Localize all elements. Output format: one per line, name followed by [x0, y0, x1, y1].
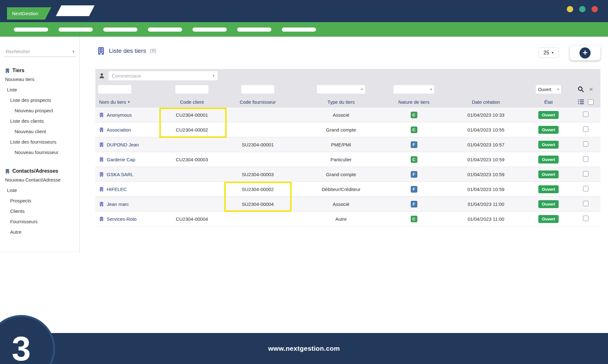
sidebar-item-clients[interactable]: Clients: [4, 206, 76, 216]
row-checkbox[interactable]: [583, 126, 588, 132]
tier-name-link[interactable]: Services-Roto: [95, 216, 168, 222]
ghost-tab[interactable]: [56, 5, 94, 16]
chevron-down-icon: ▾: [361, 87, 363, 91]
row-checkbox-cell: [571, 126, 600, 133]
date-creation-cell: 01/04/2023 10:57: [446, 142, 526, 147]
etat-cell: Ouvert: [526, 126, 571, 134]
column-header-nature-de-tiers[interactable]: Nature de tiers: [382, 99, 446, 105]
filter-type-select[interactable]: ▾: [317, 85, 365, 94]
status-badge[interactable]: Ouvert: [538, 215, 559, 223]
column-header-date-creation[interactable]: Date création: [446, 99, 526, 105]
filter-commerciaux-placeholder: Commerciaux: [112, 73, 141, 78]
sidebar-item-fournisseurs[interactable]: Fournisseurs: [4, 216, 76, 227]
status-badge[interactable]: Ouvert: [538, 156, 559, 163]
tier-name-link[interactable]: Association: [95, 127, 168, 133]
menu-pill[interactable]: [148, 28, 182, 32]
menu-pill[interactable]: [14, 28, 48, 32]
chevron-down-icon: ▾: [73, 49, 74, 54]
sidebar-item-liste-des-clients[interactable]: Liste des clients: [4, 116, 76, 126]
row-checkbox[interactable]: [583, 112, 588, 117]
filter-nature-select[interactable]: ▾: [394, 85, 434, 94]
sidebar-item-autre[interactable]: Autre: [4, 227, 76, 237]
filter-etat-select[interactable]: Ouvert ▾: [536, 85, 561, 94]
row-checkbox[interactable]: [583, 201, 588, 206]
chevron-down-icon: ▾: [430, 87, 432, 91]
status-badge[interactable]: Ouvert: [538, 170, 559, 178]
sidebar-item-nouveau-contact-adresse[interactable]: Nouveau Contact/Adresse: [4, 175, 76, 185]
select-all-checkbox[interactable]: [588, 99, 593, 105]
tier-name-link[interactable]: Anonymous: [95, 112, 168, 118]
table-row[interactable]: GSKA SARLSU2304-00003Grand compteF01/04/…: [95, 167, 600, 182]
filter-code-client-input[interactable]: [175, 85, 208, 94]
sidebar-item-liste[interactable]: Liste: [4, 84, 76, 95]
sidebar-item-prospects[interactable]: Prospects: [4, 195, 76, 206]
table-row[interactable]: HIFELECSU2304-00002Débiteur/CréditeurF01…: [95, 182, 600, 197]
add-tier-button[interactable]: +: [570, 46, 600, 60]
main-menu-bar: [0, 22, 608, 37]
status-badge[interactable]: Ouvert: [538, 185, 559, 193]
filter-nom-input[interactable]: [98, 85, 131, 94]
sidebar-search-input[interactable]: [4, 49, 76, 54]
sidebar-search[interactable]: ▾: [4, 46, 76, 57]
menu-pill[interactable]: [193, 28, 227, 32]
table-row[interactable]: AssociationCU2304-00002Grand compteC01/0…: [95, 122, 600, 137]
tier-name-link[interactable]: Garderie Cap: [95, 157, 168, 162]
sidebar-item-nouveau-tiers[interactable]: Nouveau tiers: [4, 74, 76, 84]
date-creation-cell: 01/04/2023 11:00: [446, 216, 526, 222]
tier-name-link[interactable]: Jean marc: [95, 201, 168, 207]
status-badge[interactable]: Ouvert: [538, 111, 559, 119]
clear-filters-icon[interactable]: ✕: [589, 87, 593, 92]
filter-commerciaux-select[interactable]: Commerciaux ▾: [109, 71, 218, 80]
page-size-select[interactable]: 25 ▾: [538, 47, 559, 58]
minimize-button[interactable]: [567, 6, 573, 12]
row-checkbox[interactable]: [583, 156, 588, 162]
menu-pill[interactable]: [103, 28, 137, 32]
column-header-type-du-tiers[interactable]: Type du tiers: [300, 99, 382, 105]
row-checkbox[interactable]: [583, 186, 588, 191]
column-header-code-client[interactable]: Code client: [168, 99, 216, 105]
table-row[interactable]: Garderie CapCU2304-00003ParticulierC01/0…: [95, 152, 600, 167]
table-row[interactable]: AnonymousCU2304-00001AssociéC01/04/2023 …: [95, 108, 600, 122]
row-checkbox[interactable]: [583, 141, 588, 147]
row-checkbox[interactable]: [583, 216, 588, 221]
row-checkbox[interactable]: [583, 171, 588, 176]
column-header-code-fournisseur[interactable]: Code fournisseur: [216, 99, 300, 105]
menu-pill[interactable]: [59, 28, 93, 32]
status-badge[interactable]: Ouvert: [538, 141, 559, 149]
sidebar-item-nouveau-prospect[interactable]: Nouveau prospect: [4, 105, 76, 116]
table-row[interactable]: Services-RotoCU2304-00004AutreC01/04/202…: [95, 212, 600, 226]
column-header-nom-du-tiers[interactable]: Nom du tiers ▾: [95, 99, 168, 105]
filter-code-fournisseur-input[interactable]: [241, 85, 274, 94]
status-badge[interactable]: Ouvert: [538, 126, 559, 134]
sidebar-item-nouveau-fournisseur[interactable]: Nouveau fournisseur: [4, 147, 76, 157]
menu-pill[interactable]: [237, 28, 271, 32]
tier-name-link[interactable]: DUPOND Jean: [95, 142, 168, 147]
nature-cell: C: [382, 126, 446, 133]
brand-tab[interactable]: NextGestion: [7, 7, 51, 20]
etat-cell: Ouvert: [526, 111, 571, 119]
tier-name-link[interactable]: HIFELEC: [95, 187, 168, 192]
table-row[interactable]: Jean marcSU2304-00004AssociéF01/04/2023 …: [95, 197, 600, 212]
nature-cell: C: [382, 216, 446, 222]
sidebar-item-liste-des-prospects[interactable]: Liste des prospects: [4, 95, 76, 105]
maximize-button[interactable]: [579, 6, 586, 12]
table-row[interactable]: DUPOND JeanSU2304-00001PME/PMIF01/04/202…: [95, 137, 600, 152]
nature-badge: C: [411, 216, 417, 222]
date-creation-cell: 01/04/2023 10:33: [446, 112, 526, 118]
sidebar-item-nouveau-client[interactable]: Nouveau client: [4, 126, 76, 137]
date-creation-cell: 01/04/2023 10:59: [446, 187, 526, 192]
sidebar-item-liste-des-fournisseurs[interactable]: Liste des fournisseurs: [4, 137, 76, 147]
plus-icon: +: [580, 47, 591, 59]
nature-badge: C: [411, 112, 417, 118]
search-icon[interactable]: [578, 86, 584, 93]
row-checkbox-cell: [571, 156, 600, 163]
row-checkbox-cell: [571, 171, 600, 177]
close-button[interactable]: [592, 6, 598, 12]
menu-pill[interactable]: [282, 28, 316, 32]
sidebar-item-liste[interactable]: Liste: [4, 185, 76, 195]
nature-cell: F: [382, 186, 446, 193]
tier-name-link[interactable]: GSKA SARL: [95, 172, 168, 177]
status-badge[interactable]: Ouvert: [538, 200, 559, 208]
column-header-etat[interactable]: État: [526, 99, 571, 105]
list-view-icon[interactable]: [578, 99, 584, 104]
